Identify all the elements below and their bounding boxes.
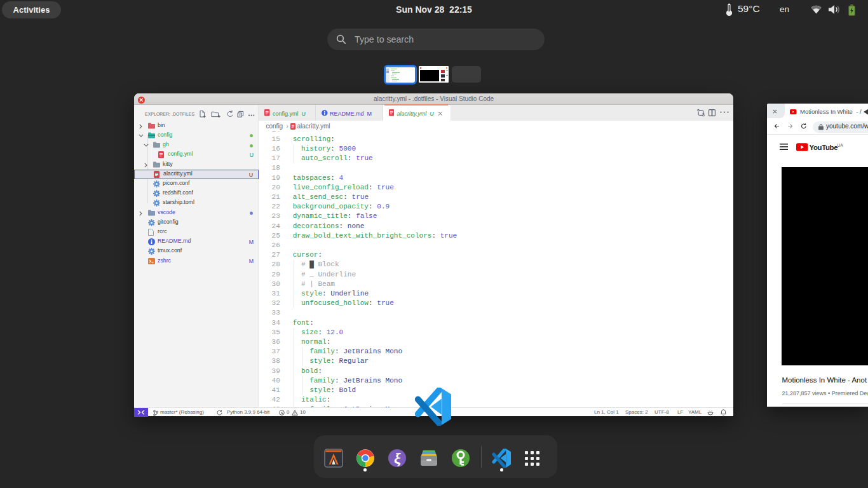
svg-text:ξ: ξ	[394, 450, 401, 466]
